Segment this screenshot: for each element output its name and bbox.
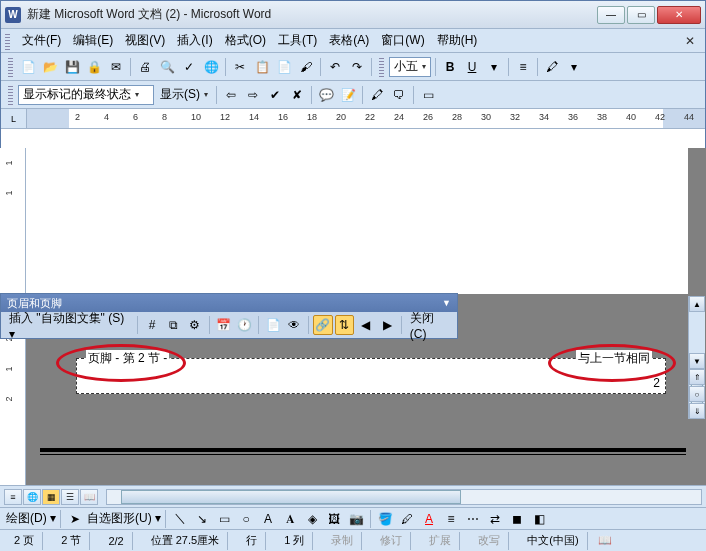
highlight-dd-icon[interactable]: ▾ xyxy=(564,57,584,77)
menu-help[interactable]: 帮助(H) xyxy=(431,30,484,51)
link-previous-icon[interactable]: 🔗 xyxy=(313,315,332,335)
format-painter-icon[interactable]: 🖌 xyxy=(296,57,316,77)
autoshape-menu[interactable]: 自选图形(U) ▾ xyxy=(87,510,161,527)
comment-icon[interactable]: 💬 xyxy=(316,85,336,105)
new-icon[interactable]: 📄 xyxy=(18,57,38,77)
toolbar-grip[interactable] xyxy=(8,85,13,105)
open-icon[interactable]: 📂 xyxy=(40,57,60,77)
rect-icon[interactable]: ▭ xyxy=(214,509,234,529)
dash-style-icon[interactable]: ⋯ xyxy=(463,509,483,529)
line-color-icon[interactable]: 🖊 xyxy=(397,509,417,529)
menu-format[interactable]: 格式(O) xyxy=(219,30,272,51)
arrow-style-icon[interactable]: ⇄ xyxy=(485,509,505,529)
menu-view[interactable]: 视图(V) xyxy=(119,30,171,51)
fill-color-icon[interactable]: 🪣 xyxy=(375,509,395,529)
cut-icon[interactable]: ✂ xyxy=(230,57,250,77)
page-count-icon[interactable]: ⧉ xyxy=(164,315,183,335)
time-icon[interactable]: 🕐 xyxy=(235,315,254,335)
research-icon[interactable]: 🌐 xyxy=(201,57,221,77)
arrow-icon[interactable]: ↘ xyxy=(192,509,212,529)
page-upper[interactable] xyxy=(26,148,688,294)
browse-prev-icon[interactable]: ⇑ xyxy=(689,369,705,385)
line-icon[interactable]: ＼ xyxy=(170,509,190,529)
status-lang[interactable]: 中文(中国) xyxy=(519,532,587,550)
highlight2-icon[interactable]: 🖍 xyxy=(367,85,387,105)
switch-hf-icon[interactable]: ⇅ xyxy=(335,315,354,335)
show-prev-icon[interactable]: ◀ xyxy=(356,315,375,335)
highlight-icon[interactable]: 🖍 xyxy=(542,57,562,77)
status-spellcheck-icon[interactable]: 📖 xyxy=(598,534,612,547)
diagram-icon[interactable]: ◈ xyxy=(302,509,322,529)
maximize-button[interactable]: ▭ xyxy=(627,6,655,24)
oval-icon[interactable]: ○ xyxy=(236,509,256,529)
menu-window[interactable]: 窗口(W) xyxy=(375,30,430,51)
horizontal-scrollbar[interactable] xyxy=(106,489,702,505)
status-ext[interactable]: 扩展 xyxy=(421,532,460,550)
toolbar-grip[interactable] xyxy=(8,57,13,77)
view-web-icon[interactable]: 🌐 xyxy=(23,489,41,505)
mail-icon[interactable]: ✉ xyxy=(106,57,126,77)
save-icon[interactable]: 💾 xyxy=(62,57,82,77)
select-icon[interactable]: ➤ xyxy=(65,509,85,529)
line-style-icon[interactable]: ≡ xyxy=(441,509,461,529)
show-doc-icon[interactable]: 👁 xyxy=(285,315,304,335)
review-pane-icon[interactable]: ▭ xyxy=(418,85,438,105)
preview-icon[interactable]: 🔍 xyxy=(157,57,177,77)
view-outline-icon[interactable]: ☰ xyxy=(61,489,79,505)
status-rec[interactable]: 录制 xyxy=(323,532,362,550)
font-size-combo[interactable]: 小五▾ xyxy=(389,57,431,77)
view-print-icon[interactable]: ▦ xyxy=(42,489,60,505)
paste-icon[interactable]: 📄 xyxy=(274,57,294,77)
spell-icon[interactable]: ✓ xyxy=(179,57,199,77)
balloon-icon[interactable]: 🗨 xyxy=(389,85,409,105)
hscroll-thumb[interactable] xyxy=(121,490,461,504)
view-normal-icon[interactable]: ≡ xyxy=(4,489,22,505)
hf-close-button[interactable]: 关闭(C) xyxy=(406,308,453,343)
menu-edit[interactable]: 编辑(E) xyxy=(67,30,119,51)
page-setup-icon[interactable]: 📄 xyxy=(263,315,282,335)
clipart-icon[interactable]: 🖼 xyxy=(324,509,344,529)
browse-select-icon[interactable]: ○ xyxy=(689,386,705,402)
vertical-scrollbar[interactable]: ▲ ▼ ⇑ ○ ⇓ xyxy=(688,296,705,419)
horizontal-ruler[interactable]: L 24681012141618202224262830323436384042… xyxy=(1,109,705,129)
underline-dd-icon[interactable]: ▾ xyxy=(484,57,504,77)
toolbar-grip[interactable] xyxy=(5,32,10,50)
browse-next-icon[interactable]: ⇓ xyxy=(689,403,705,419)
picture-icon[interactable]: 📷 xyxy=(346,509,366,529)
track-icon[interactable]: 📝 xyxy=(338,85,358,105)
draw-menu[interactable]: 绘图(D) ▾ xyxy=(6,510,56,527)
page-number-icon[interactable]: # xyxy=(142,315,161,335)
hf-dropdown-icon[interactable]: ▼ xyxy=(442,298,451,308)
menu-table[interactable]: 表格(A) xyxy=(323,30,375,51)
font-color-icon[interactable]: A xyxy=(419,509,439,529)
show-next-icon[interactable]: ▶ xyxy=(377,315,396,335)
shadow-icon[interactable]: ◼ xyxy=(507,509,527,529)
bold-button[interactable]: B xyxy=(440,57,460,77)
prev-change-icon[interactable]: ⇦ xyxy=(221,85,241,105)
ruler-corner[interactable]: L xyxy=(1,109,27,129)
doc-close-button[interactable]: ✕ xyxy=(679,34,701,48)
copy-icon[interactable]: 📋 xyxy=(252,57,272,77)
underline-button[interactable]: U xyxy=(462,57,482,77)
undo-icon[interactable]: ↶ xyxy=(325,57,345,77)
print-icon[interactable]: 🖨 xyxy=(135,57,155,77)
status-ovr[interactable]: 改写 xyxy=(470,532,509,550)
format-pagenum-icon[interactable]: ⚙ xyxy=(185,315,204,335)
scroll-up-icon[interactable]: ▲ xyxy=(689,296,705,312)
align-left-icon[interactable]: ≡ xyxy=(513,57,533,77)
insert-autotext-menu[interactable]: 插入 "自动图文集" (S) ▾ xyxy=(5,308,133,343)
menu-file[interactable]: 文件(F) xyxy=(16,30,67,51)
status-rev[interactable]: 修订 xyxy=(372,532,411,550)
3d-icon[interactable]: ◧ xyxy=(529,509,549,529)
scroll-down-icon[interactable]: ▼ xyxy=(689,353,705,369)
show-menu[interactable]: 显示(S)▾ xyxy=(156,85,212,105)
close-button[interactable]: ✕ xyxy=(657,6,701,24)
accept-icon[interactable]: ✔ xyxy=(265,85,285,105)
textbox-icon[interactable]: A xyxy=(258,509,278,529)
reject-icon[interactable]: ✘ xyxy=(287,85,307,105)
menu-tools[interactable]: 工具(T) xyxy=(272,30,323,51)
date-icon[interactable]: 📅 xyxy=(214,315,233,335)
redo-icon[interactable]: ↷ xyxy=(347,57,367,77)
wordart-icon[interactable]: 𝐀 xyxy=(280,509,300,529)
toolbar-grip[interactable] xyxy=(379,57,384,77)
